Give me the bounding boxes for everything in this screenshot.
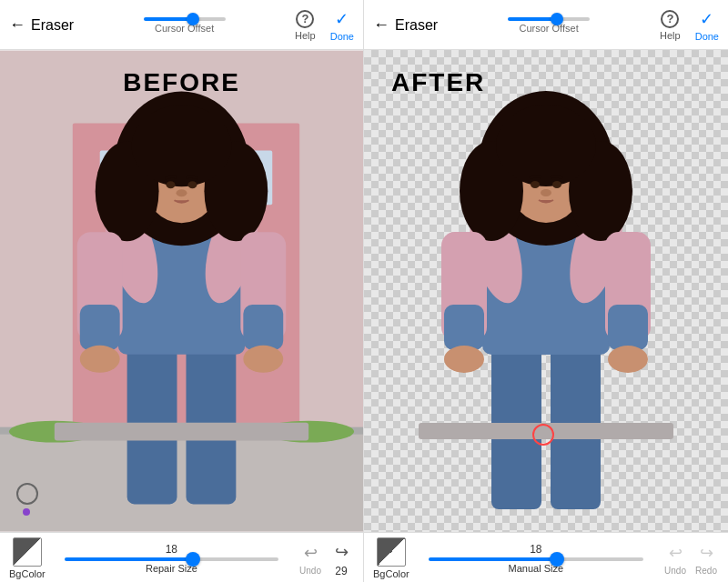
after-panel[interactable]: AFTER bbox=[364, 50, 728, 532]
left-purple-dot bbox=[23, 508, 30, 516]
svg-point-51 bbox=[608, 346, 648, 373]
svg-rect-25 bbox=[80, 305, 120, 350]
left-cursor-offset-label: Cursor Offset bbox=[155, 23, 214, 34]
before-panel[interactable]: BEFORE bbox=[0, 50, 364, 532]
right-help-button[interactable]: ? Help bbox=[660, 10, 681, 41]
svg-rect-10 bbox=[186, 341, 236, 505]
left-undo-label: Undo bbox=[299, 566, 321, 576]
right-toolbar-title: Eraser bbox=[395, 17, 438, 34]
left-offset-slider[interactable] bbox=[144, 17, 226, 21]
left-bgcolor-icon[interactable] bbox=[13, 537, 42, 567]
svg-rect-5 bbox=[0, 432, 363, 532]
svg-point-44 bbox=[552, 181, 561, 188]
left-undo-button[interactable]: ↩ bbox=[298, 540, 323, 566]
right-redo-label: Redo bbox=[695, 566, 717, 576]
right-slider-value: 18 bbox=[530, 543, 541, 556]
left-redo-value: 29 bbox=[335, 565, 347, 577]
svg-point-45 bbox=[541, 189, 551, 196]
after-label: AFTER bbox=[391, 68, 485, 97]
right-cursor-offset[interactable]: Cursor Offset bbox=[508, 17, 590, 34]
svg-point-29 bbox=[243, 346, 283, 373]
left-toolbar-title: Eraser bbox=[31, 17, 74, 34]
right-undo-label: Undo bbox=[664, 566, 686, 576]
right-help-icon: ? bbox=[661, 10, 679, 28]
svg-point-42 bbox=[496, 105, 596, 186]
left-cursor-offset[interactable]: Cursor Offset bbox=[144, 17, 226, 34]
right-bgcolor-icon[interactable] bbox=[377, 537, 406, 567]
right-undo-button[interactable]: ↩ bbox=[662, 540, 688, 566]
svg-point-50 bbox=[444, 346, 484, 373]
left-toolbar: ← Eraser Cursor Offset ? Help ✓ Done bbox=[0, 0, 364, 50]
left-help-icon: ? bbox=[296, 10, 314, 28]
svg-point-28 bbox=[80, 346, 120, 373]
right-cursor bbox=[532, 424, 554, 446]
svg-rect-49 bbox=[608, 305, 648, 350]
right-manual-slider[interactable] bbox=[429, 557, 643, 561]
svg-point-43 bbox=[531, 181, 540, 188]
left-back-button[interactable]: ← bbox=[9, 15, 25, 35]
right-offset-slider[interactable] bbox=[508, 17, 590, 21]
right-done-button[interactable]: ✓ Done bbox=[695, 9, 719, 42]
right-back-button[interactable]: ← bbox=[373, 15, 389, 35]
left-cursor bbox=[16, 483, 38, 505]
left-slider-value: 18 bbox=[166, 543, 177, 556]
right-toolbar: ← Eraser Cursor Offset ? Help ✓ Done bbox=[364, 0, 728, 50]
left-redo-button[interactable]: ↪ bbox=[329, 539, 354, 565]
right-cursor-offset-label: Cursor Offset bbox=[519, 23, 578, 34]
right-bottom-toolbar: BgColor 18 Manual Size ↩ Undo ↪ Redo bbox=[364, 533, 728, 582]
left-help-button[interactable]: ? Help bbox=[295, 10, 316, 41]
svg-point-20 bbox=[132, 105, 232, 187]
svg-rect-30 bbox=[55, 423, 308, 441]
svg-point-23 bbox=[177, 189, 187, 196]
right-redo-button[interactable]: ↪ bbox=[693, 540, 719, 566]
right-check-icon: ✓ bbox=[700, 9, 713, 29]
svg-rect-27 bbox=[243, 305, 283, 350]
left-bottom-toolbar: BgColor 18 Repair Size ↩ Undo ↪ 29 bbox=[0, 533, 364, 582]
left-check-icon: ✓ bbox=[335, 9, 349, 29]
left-repair-slider[interactable] bbox=[65, 557, 278, 561]
svg-rect-47 bbox=[444, 305, 484, 350]
svg-point-22 bbox=[187, 181, 197, 188]
before-label: BEFORE bbox=[123, 68, 240, 97]
left-done-button[interactable]: ✓ Done bbox=[330, 9, 354, 42]
right-bgcolor-label: BgColor bbox=[373, 568, 410, 579]
svg-point-21 bbox=[167, 181, 176, 188]
svg-rect-9 bbox=[127, 341, 177, 505]
left-bgcolor-label: BgColor bbox=[9, 568, 46, 579]
